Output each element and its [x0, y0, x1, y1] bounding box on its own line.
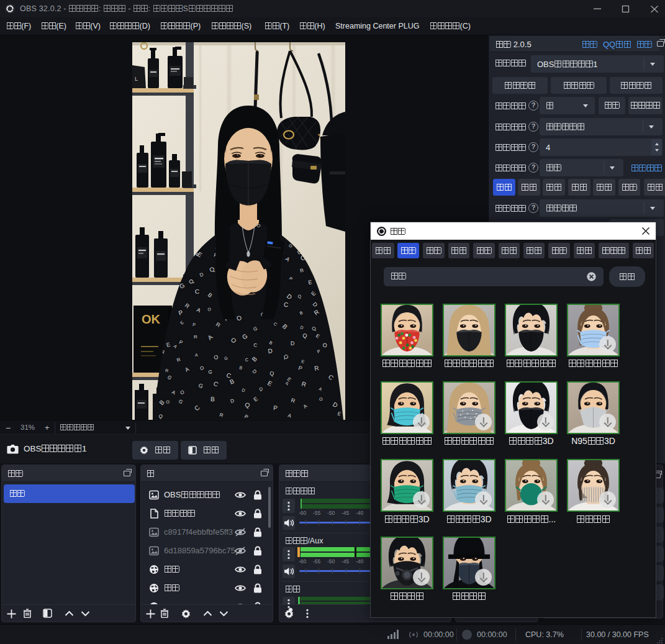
- svg-text:A: A: [195, 353, 198, 357]
- svg-text:OK: OK: [142, 312, 161, 326]
- svg-text:O: O: [319, 397, 323, 401]
- svg-text:R: R: [165, 368, 169, 373]
- svg-text:C: C: [284, 301, 288, 308]
- svg-text:B: B: [210, 396, 215, 402]
- svg-text:P: P: [273, 404, 278, 412]
- svg-text:L: L: [135, 76, 138, 82]
- svg-text:D: D: [291, 340, 295, 347]
- svg-text:C: C: [195, 288, 200, 295]
- svg-text:R: R: [194, 334, 197, 340]
- svg-text:D: D: [268, 347, 273, 355]
- svg-text:Q: Q: [269, 370, 274, 377]
- svg-text:C: C: [245, 358, 248, 362]
